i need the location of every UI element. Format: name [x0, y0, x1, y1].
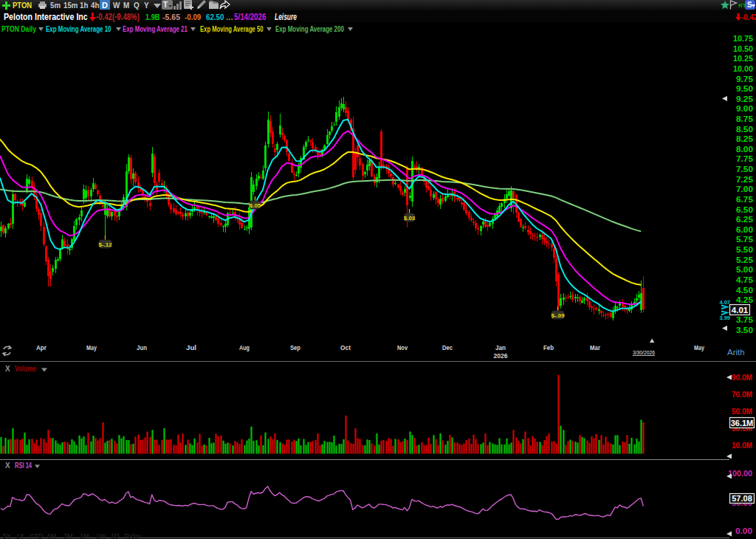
svg-text:5Y: 5Y [3, 532, 11, 539]
svg-text:Dec: Dec [442, 343, 453, 351]
svg-text:3.50: 3.50 [736, 326, 753, 334]
svg-text:5.50: 5.50 [736, 245, 753, 254]
svg-text:Aug: Aug [239, 343, 250, 351]
svg-text:0.00: 0.00 [735, 526, 752, 535]
svg-text:6.75: 6.75 [736, 195, 754, 204]
svg-text:Jan: Jan [495, 343, 506, 351]
svg-text:6.00: 6.00 [736, 225, 753, 234]
svg-text:Today: Today [124, 532, 142, 539]
svg-text:Jul: Jul [186, 343, 196, 351]
svg-text:1Y: 1Y [16, 532, 24, 539]
svg-text:1W: 1W [96, 532, 106, 539]
svg-text:8.25: 8.25 [736, 134, 754, 143]
svg-text:10.50: 10.50 [733, 44, 753, 53]
svg-text:9.75: 9.75 [736, 75, 754, 83]
svg-text:9.50: 9.50 [736, 84, 753, 93]
svg-text:3.99: 3.99 [719, 315, 730, 321]
svg-text:6M: 6M [47, 532, 57, 539]
svg-text:8.50: 8.50 [736, 125, 753, 134]
svg-text:X: X [5, 461, 10, 470]
svg-text:$-.09: $-.09 [551, 312, 565, 319]
svg-text:4.07: 4.07 [719, 299, 730, 306]
svg-text:T: T [163, 1, 168, 9]
svg-text:6.25: 6.25 [736, 215, 754, 224]
svg-text:1D: 1D [111, 532, 120, 539]
svg-text:Jun: Jun [137, 343, 147, 351]
svg-text:Nov: Nov [397, 343, 408, 351]
svg-text:RSI 14: RSI 14 [15, 461, 32, 470]
svg-text:$.05: $.05 [250, 202, 261, 209]
svg-text:May: May [694, 343, 705, 351]
svg-text:4.01: 4.01 [732, 306, 749, 315]
svg-text:Mar: Mar [590, 343, 600, 351]
svg-text:Oct: Oct [340, 343, 351, 351]
svg-text:Volume: Volume [15, 364, 36, 373]
svg-text:10.75: 10.75 [733, 34, 754, 43]
svg-text:7.25: 7.25 [736, 175, 754, 184]
svg-text:5.25: 5.25 [736, 255, 754, 264]
svg-text:7.00: 7.00 [736, 185, 753, 193]
svg-text:1M: 1M [80, 532, 89, 539]
svg-text:10.25: 10.25 [733, 54, 754, 63]
svg-text:10.0M: 10.0M [732, 441, 752, 450]
svg-text:9.25: 9.25 [736, 95, 754, 103]
svg-text:Feb: Feb [543, 343, 554, 351]
svg-text:Sep: Sep [290, 343, 300, 351]
svg-text:9.00: 9.00 [736, 104, 753, 113]
svg-text:5.00: 5.00 [736, 265, 753, 274]
svg-text:4.75: 4.75 [736, 275, 754, 284]
svg-text:10.00: 10.00 [733, 64, 753, 73]
svg-text:YTD: YTD [30, 532, 44, 539]
svg-text:4.25: 4.25 [736, 295, 754, 304]
svg-text:6.50: 6.50 [736, 205, 753, 214]
svg-text:57.08: 57.08 [732, 494, 752, 503]
svg-text:3.75: 3.75 [736, 315, 754, 324]
svg-text:5.75: 5.75 [736, 235, 754, 244]
svg-text:$-.12: $-.12 [98, 241, 112, 248]
svg-text:$.03: $.03 [404, 215, 416, 222]
svg-text:8.75: 8.75 [736, 114, 754, 123]
svg-text:May: May [86, 343, 97, 351]
svg-text:8.00: 8.00 [736, 145, 753, 154]
svg-text:Arith: Arith [727, 348, 745, 357]
svg-text:7.75: 7.75 [736, 154, 754, 163]
svg-text:70.0M: 70.0M [732, 390, 752, 399]
svg-text:36.1M: 36.1M [731, 419, 754, 428]
svg-text:X: X [5, 365, 10, 373]
svg-text:3/30/2026: 3/30/2026 [633, 349, 655, 356]
svg-text:4.50: 4.50 [736, 286, 753, 295]
svg-text:Apr: Apr [36, 343, 47, 351]
svg-text:90.0M: 90.0M [732, 373, 752, 382]
svg-text:50.0M: 50.0M [732, 407, 752, 416]
svg-text:3M: 3M [63, 532, 73, 539]
svg-text:7.50: 7.50 [736, 165, 753, 174]
svg-text:2026: 2026 [494, 351, 508, 360]
